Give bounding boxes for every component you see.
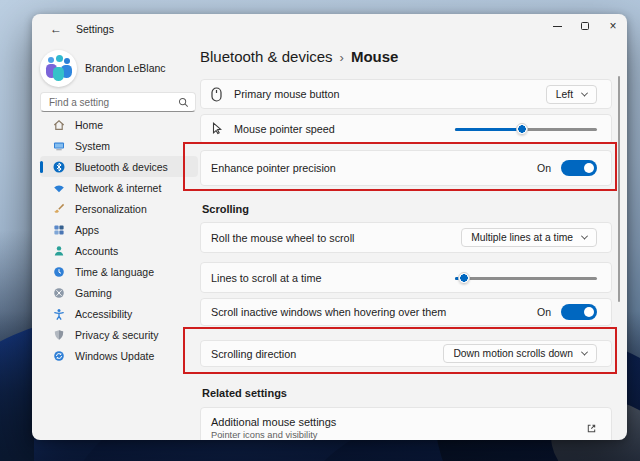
personalization-icon <box>53 203 65 215</box>
profile-name: Brandon LeBlanc <box>85 62 166 74</box>
additional-mouse-settings-row[interactable]: Additional mouse settings Pointer icons … <box>200 407 612 440</box>
accessibility-icon <box>53 308 65 320</box>
profile[interactable]: Brandon LeBlanc <box>40 48 166 88</box>
sidebar-item-privacy-security[interactable]: Privacy & security <box>40 324 198 345</box>
sidebar-item-time-language[interactable]: Time & language <box>40 261 198 282</box>
slider-thumb[interactable] <box>516 123 528 135</box>
row-label: Primary mouse button <box>234 88 546 100</box>
sidebar-item-label: Time & language <box>75 266 154 278</box>
maximize-icon <box>581 22 589 30</box>
toggle-state-label: On <box>537 306 551 318</box>
sidebar-item-windows-update[interactable]: Windows Update <box>40 345 198 366</box>
search-input[interactable] <box>49 97 178 108</box>
privacy-icon <box>53 329 65 341</box>
enhance-precision-toggle[interactable] <box>561 160 597 176</box>
sidebar-item-accessibility[interactable]: Accessibility <box>40 303 198 324</box>
sidebar-item-bluetooth-devices[interactable]: Bluetooth & devices <box>40 156 198 177</box>
chevron-down-icon <box>581 233 588 240</box>
sidebar-item-network-internet[interactable]: Network & internet <box>40 177 198 198</box>
section-header-scrolling: Scrolling <box>202 203 249 215</box>
sidebar-item-label: System <box>75 140 110 152</box>
mouse-pointer-speed-row: Mouse pointer speed <box>200 114 612 144</box>
minimize-icon <box>553 26 562 27</box>
mouse-wheel-scroll-row: Roll the mouse wheel to scroll Multiple … <box>200 222 612 253</box>
chevron-down-icon <box>581 89 588 96</box>
sidebar-item-label: Bluetooth & devices <box>75 161 168 173</box>
sidebar-item-label: Accounts <box>75 245 118 257</box>
row-label: Scrolling direction <box>211 348 443 360</box>
search-icon <box>178 97 189 108</box>
sidebar-nav: Home System Bluetooth & devices Network … <box>40 114 198 366</box>
wallpaper-shading <box>0 230 34 461</box>
minimize-button[interactable] <box>543 14 571 38</box>
sidebar-item-label: Accessibility <box>75 308 132 320</box>
scrollbar[interactable] <box>618 76 620 302</box>
scroll-inactive-windows-row: Scroll inactive windows when hovering ov… <box>200 298 612 326</box>
breadcrumb: Bluetooth & devices › Mouse <box>200 48 398 65</box>
slider-thumb[interactable] <box>458 272 470 284</box>
time-language-icon <box>53 266 65 278</box>
back-arrow-icon: ← <box>50 22 62 36</box>
row-label: Mouse pointer speed <box>234 123 455 135</box>
sidebar-item-accounts[interactable]: Accounts <box>40 240 198 261</box>
windows-update-icon <box>53 350 65 362</box>
sidebar-item-apps[interactable]: Apps <box>40 219 198 240</box>
network-icon <box>53 182 65 194</box>
breadcrumb-separator: › <box>340 50 344 65</box>
lines-to-scroll-row: Lines to scroll at a time <box>200 262 612 293</box>
search-box[interactable] <box>40 92 196 112</box>
lines-to-scroll-slider[interactable] <box>455 272 597 284</box>
titlebar: ← Settings × <box>32 14 627 44</box>
sidebar-item-label: Apps <box>75 224 99 236</box>
settings-window: ← Settings × Brandon LeBlanc Home <box>32 14 627 440</box>
scrolling-direction-row: Scrolling direction Down motion scrolls … <box>200 340 612 367</box>
sidebar-item-label: Windows Update <box>75 350 154 362</box>
maximize-button[interactable] <box>571 14 599 38</box>
accounts-icon <box>53 245 65 257</box>
pointer-speed-slider[interactable] <box>455 123 597 135</box>
sidebar-item-label: Gaming <box>75 287 112 299</box>
avatar <box>40 50 77 87</box>
sidebar-item-label: Personalization <box>75 203 147 215</box>
sidebar-item-label: Privacy & security <box>75 329 158 341</box>
window-title: Settings <box>76 23 114 35</box>
page-title: Mouse <box>351 48 399 65</box>
apps-icon <box>53 224 65 236</box>
bluetooth-icon <box>53 161 65 173</box>
scroll-inactive-toggle[interactable] <box>561 304 597 320</box>
sidebar-item-personalization[interactable]: Personalization <box>40 198 198 219</box>
link-subtitle: Pointer icons and visibility <box>211 430 586 440</box>
section-header-related-settings: Related settings <box>202 387 287 399</box>
back-button[interactable]: ← <box>44 18 68 40</box>
enhance-pointer-precision-row: Enhance pointer precision On <box>200 150 612 186</box>
breadcrumb-parent[interactable]: Bluetooth & devices <box>200 48 333 65</box>
scrolling-direction-dropdown[interactable]: Down motion scrolls down <box>443 344 597 363</box>
sidebar-item-home[interactable]: Home <box>40 114 198 135</box>
sidebar-item-label: Home <box>75 119 103 131</box>
primary-mouse-button-row: Primary mouse button Left <box>200 79 612 109</box>
sidebar-item-gaming[interactable]: Gaming <box>40 282 198 303</box>
gaming-icon <box>53 287 65 299</box>
mouse-icon <box>211 86 225 102</box>
sidebar-item-label: Network & internet <box>75 182 161 194</box>
dropdown-value: Left <box>556 89 573 100</box>
selected-indicator <box>40 161 43 173</box>
close-button[interactable]: × <box>599 14 627 38</box>
external-link-icon <box>586 423 597 434</box>
chevron-down-icon <box>581 349 588 356</box>
dropdown-value: Down motion scrolls down <box>453 348 573 359</box>
toggle-state-label: On <box>537 162 551 174</box>
link-title: Additional mouse settings <box>211 416 586 428</box>
home-icon <box>53 119 65 131</box>
primary-button-dropdown[interactable]: Left <box>546 85 597 104</box>
wheel-scroll-dropdown[interactable]: Multiple lines at a time <box>461 228 597 247</box>
row-label: Scroll inactive windows when hovering ov… <box>211 306 537 318</box>
cursor-icon <box>211 121 225 137</box>
row-label: Lines to scroll at a time <box>211 272 455 284</box>
row-label: Roll the mouse wheel to scroll <box>211 232 461 244</box>
close-icon: × <box>609 19 616 33</box>
sidebar-item-system[interactable]: System <box>40 135 198 156</box>
row-label: Enhance pointer precision <box>211 162 537 174</box>
dropdown-value: Multiple lines at a time <box>471 232 573 243</box>
system-icon <box>53 140 65 152</box>
